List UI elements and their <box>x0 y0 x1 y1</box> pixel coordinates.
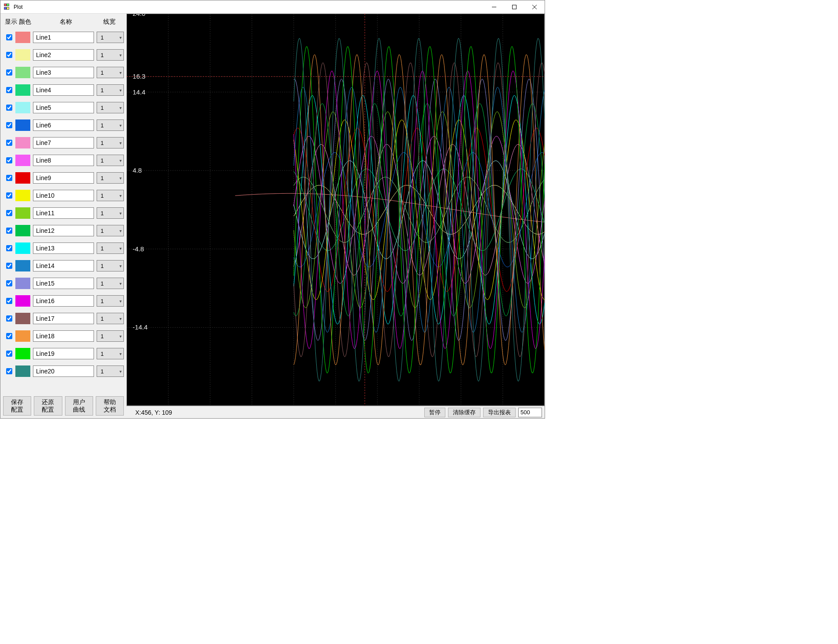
line-width-select[interactable]: 1▾ <box>97 330 124 342</box>
line-name-input[interactable] <box>33 365 94 377</box>
export-button[interactable]: 导出报表 <box>483 408 516 417</box>
line-row: 1▾ <box>3 46 124 64</box>
line-name-input[interactable] <box>33 119 94 131</box>
color-swatch[interactable] <box>15 242 30 254</box>
show-checkbox[interactable] <box>6 263 12 269</box>
show-checkbox[interactable] <box>6 280 12 286</box>
save-config-button[interactable]: 保存 配置 <box>3 396 31 416</box>
line-name-input[interactable] <box>33 348 94 359</box>
line-name-input[interactable] <box>33 295 94 307</box>
line-name-input[interactable] <box>33 190 94 201</box>
color-swatch[interactable] <box>15 313 30 324</box>
color-swatch[interactable] <box>15 155 30 166</box>
line-width-select[interactable]: 1▾ <box>97 84 124 96</box>
color-swatch[interactable] <box>15 137 30 148</box>
line-width-select[interactable]: 1▾ <box>97 295 124 307</box>
line-width-select[interactable]: 1▾ <box>97 119 124 131</box>
show-checkbox[interactable] <box>6 368 12 374</box>
color-swatch[interactable] <box>15 190 30 201</box>
clear-cache-button[interactable]: 清除缓存 <box>448 408 480 417</box>
color-swatch[interactable] <box>15 119 30 131</box>
show-checkbox[interactable] <box>6 157 12 163</box>
line-name-input[interactable] <box>33 313 94 324</box>
help-doc-button[interactable]: 帮助 文档 <box>96 396 124 416</box>
color-swatch[interactable] <box>15 102 30 113</box>
line-width-select[interactable]: 1▾ <box>97 278 124 289</box>
show-checkbox[interactable] <box>6 69 12 76</box>
line-width-select[interactable]: 1▾ <box>97 207 124 219</box>
show-checkbox[interactable] <box>6 122 12 128</box>
line-width-select[interactable]: 1▾ <box>97 172 124 184</box>
line-width-select[interactable]: 1▾ <box>97 102 124 113</box>
color-swatch[interactable] <box>15 348 30 359</box>
line-row: 1▾ <box>3 292 124 310</box>
line-width-select[interactable]: 1▾ <box>97 365 124 377</box>
show-checkbox[interactable] <box>6 87 12 93</box>
line-width-select[interactable]: 1▾ <box>97 49 124 61</box>
line-width-select[interactable]: 1▾ <box>97 260 124 271</box>
line-name-input[interactable] <box>33 225 94 236</box>
line-name-input[interactable] <box>33 155 94 166</box>
line-width-select[interactable]: 1▾ <box>97 190 124 201</box>
line-name-input[interactable] <box>33 137 94 148</box>
line-name-input[interactable] <box>33 49 94 61</box>
line-name-input[interactable] <box>33 172 94 184</box>
line-width-select[interactable]: 1▾ <box>97 225 124 236</box>
chevron-down-icon: ▾ <box>119 70 122 75</box>
revert-config-button[interactable]: 还原 配置 <box>34 396 62 416</box>
color-swatch[interactable] <box>15 207 30 219</box>
line-row: 1▾ <box>3 362 124 380</box>
show-checkbox[interactable] <box>6 34 12 40</box>
color-swatch[interactable] <box>15 32 30 43</box>
line-width-select[interactable]: 1▾ <box>97 67 124 78</box>
show-checkbox[interactable] <box>6 298 12 304</box>
color-swatch[interactable] <box>15 260 30 271</box>
line-name-input[interactable] <box>33 102 94 113</box>
line-width-select[interactable]: 1▾ <box>97 242 124 254</box>
color-swatch[interactable] <box>15 67 30 78</box>
line-name-input[interactable] <box>33 207 94 219</box>
pause-button[interactable]: 暂停 <box>424 408 445 417</box>
color-swatch[interactable] <box>15 365 30 377</box>
color-swatch[interactable] <box>15 278 30 289</box>
header-width: 线宽 <box>95 18 124 26</box>
line-row: 1▾ <box>3 169 124 187</box>
line-row: 1▾ <box>3 99 124 116</box>
show-checkbox[interactable] <box>6 228 12 234</box>
line-width-select[interactable]: 1▾ <box>97 313 124 324</box>
line-name-input[interactable] <box>33 32 94 43</box>
show-checkbox[interactable] <box>6 192 12 199</box>
show-checkbox[interactable] <box>6 245 12 251</box>
plot-canvas[interactable]: 24.016.314.44.8-4.8-14.4 <box>126 14 545 406</box>
line-width-select[interactable]: 1▾ <box>97 348 124 359</box>
minimize-button[interactable] <box>484 0 504 14</box>
user-curve-button[interactable]: 用户 曲线 <box>65 396 93 416</box>
maximize-button[interactable] <box>504 0 524 14</box>
show-checkbox[interactable] <box>6 105 12 111</box>
color-swatch[interactable] <box>15 295 30 307</box>
show-checkbox[interactable] <box>6 52 12 58</box>
color-swatch[interactable] <box>15 84 30 96</box>
line-name-input[interactable] <box>33 330 94 342</box>
svg-text:-4.8: -4.8 <box>133 245 144 253</box>
line-name-input[interactable] <box>33 278 94 289</box>
line-name-input[interactable] <box>33 67 94 78</box>
show-checkbox[interactable] <box>6 351 12 357</box>
line-name-input[interactable] <box>33 260 94 271</box>
color-swatch[interactable] <box>15 49 30 61</box>
buffer-size-input[interactable] <box>518 408 542 417</box>
show-checkbox[interactable] <box>6 175 12 181</box>
line-name-input[interactable] <box>33 84 94 96</box>
line-width-select[interactable]: 1▾ <box>97 155 124 166</box>
show-checkbox[interactable] <box>6 315 12 322</box>
line-width-select[interactable]: 1▾ <box>97 32 124 43</box>
show-checkbox[interactable] <box>6 333 12 339</box>
close-button[interactable] <box>524 0 545 14</box>
show-checkbox[interactable] <box>6 140 12 146</box>
line-width-select[interactable]: 1▾ <box>97 137 124 148</box>
line-name-input[interactable] <box>33 242 94 254</box>
show-checkbox[interactable] <box>6 210 12 216</box>
color-swatch[interactable] <box>15 172 30 184</box>
color-swatch[interactable] <box>15 225 30 236</box>
color-swatch[interactable] <box>15 330 30 342</box>
